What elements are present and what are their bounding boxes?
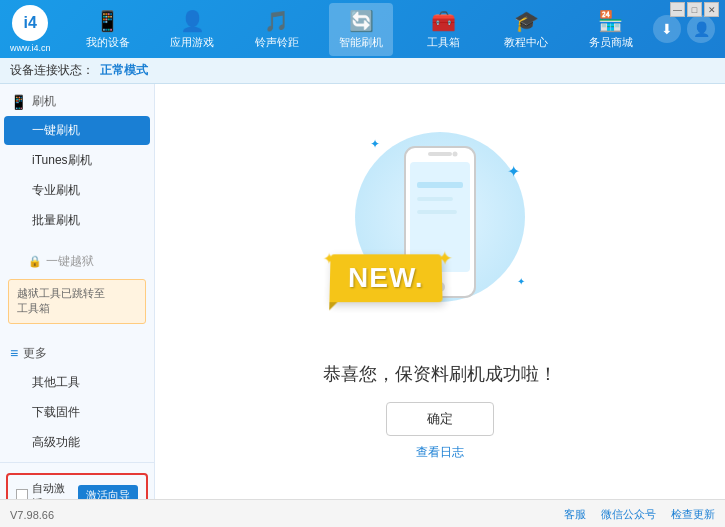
nav-ringtones-label: 铃声铃距: [255, 35, 299, 50]
tutorial-icon: 🎓: [514, 9, 539, 33]
close-button[interactable]: ✕: [704, 2, 719, 17]
nav-my-device-label: 我的设备: [86, 35, 130, 50]
logo-url: www.i4.cn: [10, 43, 51, 53]
nav-my-device[interactable]: 📱 我的设备: [76, 3, 140, 56]
ringtones-icon: 🎵: [264, 9, 289, 33]
download-button[interactable]: ⬇: [653, 15, 681, 43]
flash-section-icon: 📱: [10, 94, 27, 110]
svg-rect-7: [417, 210, 457, 214]
more-section-header[interactable]: ≡ 更多: [0, 340, 154, 367]
service-icon: 🏪: [598, 9, 623, 33]
check-update-link[interactable]: 检查更新: [671, 507, 715, 522]
smart-flash-icon: 🔄: [349, 9, 374, 33]
bottom-right: 客服 微信公众号 检查更新: [564, 507, 715, 522]
sidebar-one-key-jailbreak: 🔒 一键越狱: [0, 248, 154, 275]
auto-activate-checkbox-box[interactable]: [16, 489, 28, 499]
nav-apps-games[interactable]: 👤 应用游戏: [160, 3, 224, 56]
version-text: V7.98.66: [10, 509, 54, 521]
flash-section-header[interactable]: 📱 刷机: [0, 88, 154, 115]
nav-tutorial-label: 教程中心: [504, 35, 548, 50]
more-section: ≡ 更多 其他工具 下载固件 高级功能: [0, 336, 154, 462]
auto-activate-checkbox[interactable]: 自动激活: [16, 481, 72, 499]
svg-rect-6: [417, 197, 453, 201]
sidebar-item-advanced[interactable]: 高级功能: [4, 428, 150, 457]
status-prefix: 设备连接状态：: [10, 62, 94, 79]
sparkle-bottom-right: ✦: [517, 276, 525, 287]
sidebar-item-one-key-flash[interactable]: 一键刷机: [4, 116, 150, 145]
nav-service[interactable]: 🏪 务员商城: [579, 3, 643, 56]
nav-smart-flash[interactable]: 🔄 智能刷机: [329, 3, 393, 56]
maximize-button[interactable]: □: [687, 2, 702, 17]
bottom-left: V7.98.66: [10, 509, 54, 521]
nav-ringtones[interactable]: 🎵 铃声铃距: [245, 3, 309, 56]
main-layout: 📱 刷机 一键刷机 iTunes刷机 专业刷机 批量刷机 🔒 一键越狱 越狱工具…: [0, 84, 725, 499]
phone-wrapper: ✦ ✦ ✦ ✦ NEW. ✦: [340, 122, 540, 322]
sidebar-notice: 越狱工具已跳转至工具箱: [8, 279, 146, 324]
auto-activate-label: 自动激活: [32, 481, 72, 499]
wechat-link[interactable]: 微信公众号: [601, 507, 656, 522]
sidebar-item-download-firmware[interactable]: 下载固件: [4, 398, 150, 427]
nav-toolbox[interactable]: 🧰 工具箱: [414, 3, 474, 56]
confirm-button[interactable]: 确定: [386, 402, 494, 436]
apps-games-icon: 👤: [180, 9, 205, 33]
content-area: ✦ ✦ ✦ ✦ NEW. ✦ 恭喜您，保资料刷机成功啦！ 确定 查看日志: [155, 84, 725, 499]
more-section-label: 更多: [23, 345, 47, 362]
sidebar-item-pro-flash[interactable]: 专业刷机: [4, 176, 150, 205]
user-button[interactable]: 👤: [687, 15, 715, 43]
sparkle-top: ✦: [370, 137, 380, 151]
star-right-icon: ✦: [436, 247, 453, 270]
svg-point-4: [453, 152, 458, 157]
success-illustration: ✦ ✦ ✦ ✦ NEW. ✦: [340, 122, 540, 342]
more-icon: ≡: [10, 345, 18, 361]
logo-area: i4 www.i4.cn: [10, 5, 51, 53]
logo-icon: i4: [12, 5, 48, 41]
toolbox-icon: 🧰: [431, 9, 456, 33]
view-log-link[interactable]: 查看日志: [416, 444, 464, 461]
top-navbar: i4 www.i4.cn 📱 我的设备 👤 应用游戏 🎵 铃声铃距 🔄 智能刷机…: [0, 0, 725, 58]
success-text: 恭喜您，保资料刷机成功啦！: [323, 362, 557, 386]
sidebar-item-itunes-flash[interactable]: iTunes刷机: [4, 146, 150, 175]
new-banner: ✦ NEW. ✦: [329, 254, 442, 302]
my-device-icon: 📱: [95, 9, 120, 33]
svg-rect-3: [428, 152, 452, 156]
star-left-icon: ✦: [322, 249, 335, 268]
new-label: NEW.: [348, 262, 424, 293]
minimize-button[interactable]: —: [670, 2, 685, 17]
nav-menu: 📱 我的设备 👤 应用游戏 🎵 铃声铃距 🔄 智能刷机 🧰 工具箱 🎓 教程中心…: [66, 3, 653, 56]
nav-service-label: 务员商城: [589, 35, 633, 50]
sidebar-item-other-tools[interactable]: 其他工具: [4, 368, 150, 397]
sidebar-bottom: 自动激活 激活向导 📱 iPhone 15 Pro Max 512GB iPho…: [0, 462, 154, 499]
sparkle-right: ✦: [507, 162, 520, 181]
nav-tutorial[interactable]: 🎓 教程中心: [494, 3, 558, 56]
nav-smart-flash-label: 智能刷机: [339, 35, 383, 50]
guide-button[interactable]: 激活向导: [78, 485, 138, 499]
svg-rect-5: [417, 182, 463, 188]
top-right-controls: ⬇ 👤: [653, 15, 715, 43]
sidebar: 📱 刷机 一键刷机 iTunes刷机 专业刷机 批量刷机 🔒 一键越狱 越狱工具…: [0, 84, 155, 499]
customer-service-link[interactable]: 客服: [564, 507, 586, 522]
auto-activate-area: 自动激活 激活向导: [6, 473, 148, 499]
flash-section: 📱 刷机 一键刷机 iTunes刷机 专业刷机 批量刷机: [0, 84, 154, 240]
status-mode: 正常模式: [100, 62, 148, 79]
bottom-bar: V7.98.66 客服 微信公众号 检查更新: [0, 499, 725, 527]
nav-apps-games-label: 应用游戏: [170, 35, 214, 50]
lock-icon: 🔒: [28, 255, 42, 268]
status-bar: 设备连接状态： 正常模式: [0, 58, 725, 84]
flash-section-label: 刷机: [32, 93, 56, 110]
sidebar-item-batch-flash[interactable]: 批量刷机: [4, 206, 150, 235]
nav-toolbox-label: 工具箱: [427, 35, 460, 50]
